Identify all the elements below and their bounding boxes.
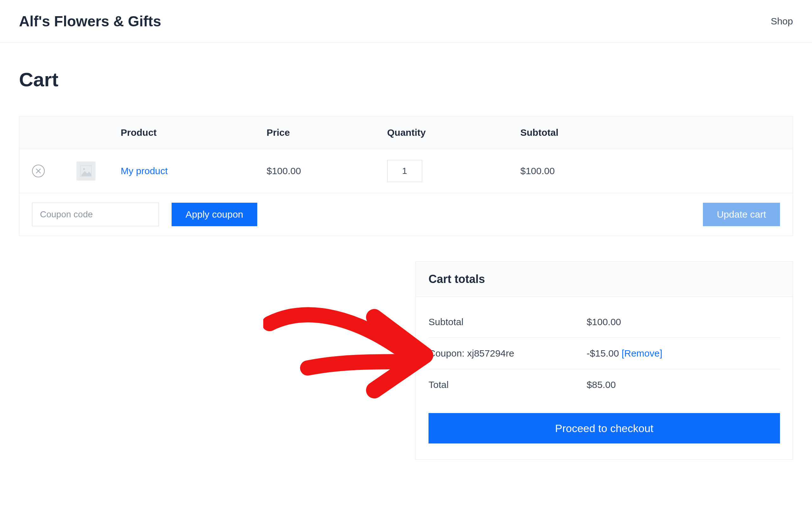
- remove-item-button[interactable]: [32, 164, 45, 177]
- close-icon: [35, 168, 41, 174]
- update-cart-button[interactable]: Update cart: [703, 203, 780, 226]
- cart-table: Product Price Quantity Subtotal: [19, 116, 793, 236]
- col-thumb-header: [57, 116, 115, 149]
- site-title[interactable]: Alf's Flowers & Gifts: [19, 13, 161, 30]
- total-value: $85.00: [587, 369, 780, 401]
- col-quantity-header: Quantity: [381, 116, 514, 149]
- coupon-label: Coupon: xj857294re: [429, 338, 587, 369]
- coupon-code-input[interactable]: [32, 203, 159, 226]
- image-placeholder-icon: [80, 165, 92, 177]
- remove-coupon-link[interactable]: [Remove]: [622, 348, 662, 358]
- apply-coupon-button[interactable]: Apply coupon: [172, 203, 257, 226]
- item-subtotal: $100.00: [514, 149, 793, 193]
- quantity-input[interactable]: [387, 160, 422, 182]
- coupon-discount-value: -$15.00: [587, 348, 619, 358]
- cart-totals-table: Subtotal $100.00 Coupon: xj857294re -$15…: [429, 306, 780, 400]
- col-remove-header: [19, 116, 57, 149]
- cart-totals-panel: Cart totals Subtotal $100.00 Coupon: xj8…: [416, 261, 793, 460]
- nav-shop-link[interactable]: Shop: [771, 16, 793, 27]
- subtotal-value: $100.00: [587, 306, 780, 338]
- subtotal-label: Subtotal: [429, 306, 587, 338]
- product-thumbnail[interactable]: [76, 161, 96, 181]
- col-price-header: Price: [260, 116, 381, 149]
- cart-row: My product $100.00 $100.00: [19, 149, 793, 193]
- svg-point-1: [83, 168, 85, 170]
- col-product-header: Product: [115, 116, 260, 149]
- cart-actions-row: Apply coupon Update cart: [19, 193, 793, 236]
- proceed-to-checkout-button[interactable]: Proceed to checkout: [429, 413, 780, 444]
- site-header: Alf's Flowers & Gifts Shop: [0, 0, 812, 43]
- totals-coupon-row: Coupon: xj857294re -$15.00 [Remove]: [429, 338, 780, 369]
- page-title: Cart: [19, 68, 793, 91]
- totals-subtotal-row: Subtotal $100.00: [429, 306, 780, 338]
- totals-total-row: Total $85.00: [429, 369, 780, 401]
- col-subtotal-header: Subtotal: [514, 116, 793, 149]
- product-name-link[interactable]: My product: [121, 166, 168, 176]
- total-label: Total: [429, 369, 587, 401]
- item-price: $100.00: [260, 149, 381, 193]
- cart-totals-title: Cart totals: [416, 262, 793, 297]
